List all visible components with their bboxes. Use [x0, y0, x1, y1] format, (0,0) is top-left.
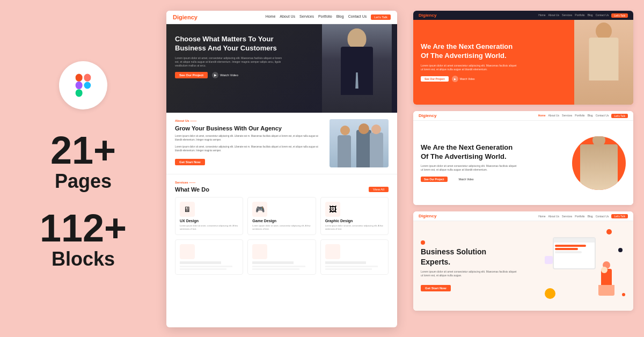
center-hero: Choose What Matters To Your Business And… — [166, 24, 397, 113]
hero-man-image — [322, 24, 392, 113]
rc1-project-btn[interactable]: See Our Project — [421, 76, 449, 82]
center-nav-links: Home About Us Services Portfolio Blog Co… — [266, 14, 391, 20]
rc2-text: We Are the Next Generation Of The Advert… — [421, 143, 517, 183]
figma-logo — [59, 61, 107, 109]
service-card-5 — [247, 239, 316, 275]
graphic-name: Graphic Design — [325, 219, 384, 223]
about-title: Grow Your Business With Our Agency — [175, 124, 323, 132]
svg-rect-0 — [76, 74, 83, 81]
rc1-logo: Digiency — [419, 13, 436, 18]
hero-text: Choose What Matters To Your Business And… — [175, 35, 282, 78]
deco-shape-2 — [601, 267, 608, 273]
illus-screen — [553, 237, 596, 269]
services-label: Services —— — [175, 181, 389, 184]
right-card-2: Digiency HomeAbout UsServicesPortfolioBl… — [413, 111, 633, 205]
rc3-btn[interactable]: Get Start Now — [421, 285, 451, 291]
about-image — [330, 119, 389, 167]
hero-project-btn[interactable]: See Our Project — [175, 72, 208, 78]
left-panel: 21+ Pages 112+ Blocks — [0, 0, 166, 337]
rc2-nav: Digiency HomeAbout UsServicesPortfolioBl… — [413, 111, 633, 121]
about-btn[interactable]: Get Start Now — [175, 159, 205, 165]
svg-point-3 — [84, 82, 91, 89]
rc2-man-figure — [580, 144, 618, 190]
svg-rect-4 — [76, 89, 83, 97]
game-icon: 🎮 — [252, 202, 267, 217]
rc1-text: We Are the Next Generation Of The Advert… — [421, 42, 517, 82]
rc3-logo: Digiency — [419, 214, 436, 218]
rc3-illustration — [542, 226, 628, 302]
service-card-game: 🎮 Game Design Lorem ipsum dolor sit amet… — [247, 197, 316, 235]
center-nav-btn[interactable]: Let's Talk — [371, 14, 391, 20]
dot-icon-3 — [622, 293, 625, 296]
services-grid: 🖥 UX Design Lorem ipsum dolor sit amet, … — [175, 197, 389, 235]
center-logo: Digiency — [173, 14, 197, 20]
about-desc-2: Lorem ipsum dolor sit amet, consectetur … — [175, 145, 323, 153]
deco-shape-1 — [545, 256, 553, 264]
services-header: What We Do View All — [175, 186, 389, 193]
rc2-watch-btn[interactable]: ▶ Watch Video — [451, 176, 474, 182]
graphic-desc: Lorem ipsum dolor sit amet, consectetur … — [325, 224, 384, 230]
rc1-desc: Lorem ipsum dolor sit amet consectetur a… — [421, 64, 517, 71]
rc2-man-circle — [572, 136, 626, 190]
pages-stats: 21+ Pages — [50, 131, 116, 193]
ux-desc: Lorem ipsum dolor sit amet, consectetur … — [180, 224, 238, 230]
rc1-nav: Digiency HomeAbout UsServicesPortfolioBl… — [413, 11, 633, 20]
services-grid-2 — [175, 239, 389, 275]
right-card-3: Digiency HomeAbout UsServicesPortfolioBl… — [413, 211, 633, 311]
rc1-hero: We Are the Next Generation Of The Advert… — [413, 20, 633, 105]
graphic-icon: 🖼 — [325, 202, 340, 217]
service-card-6 — [320, 239, 389, 275]
right-card-1: Digiency HomeAbout UsServicesPortfolioBl… — [413, 11, 633, 105]
rc3-nav: Digiency HomeAbout UsServicesPortfolioBl… — [413, 211, 633, 221]
hero-desc: Lorem ipsum dolor sit amet, consectetur … — [175, 56, 282, 68]
center-nav: Digiency Home About Us Services Portfoli… — [166, 11, 397, 24]
svg-rect-2 — [76, 82, 83, 89]
about-desc-1: Lorem ipsum dolor sit amet, consectetur … — [175, 135, 323, 142]
rc3-nav-links: HomeAbout UsServicesPortfolioBlogContact… — [538, 214, 628, 218]
hero-watch-btn[interactable]: ▶ Watch Video — [212, 72, 238, 78]
blocks-label: Blocks — [40, 247, 127, 270]
rc2-project-btn[interactable]: See Our Project — [421, 177, 448, 182]
services-title: What We Do — [175, 186, 209, 193]
hero-buttons: See Our Project ▶ Watch Video — [175, 72, 282, 78]
rc3-title: Business Solution Experts. — [421, 247, 517, 266]
rc2-hero: We Are the Next Generation Of The Advert… — [413, 121, 633, 205]
play-icon: ▶ — [212, 72, 218, 78]
rc3-nav-btn[interactable]: Let's Talk — [611, 214, 628, 218]
pages-number: 21+ — [50, 131, 116, 170]
rc1-buttons: See Our Project ▶ Watch Video — [421, 76, 517, 82]
rc2-play-icon: ▶ — [451, 176, 457, 182]
rc1-nav-btn[interactable]: Let's Talk — [611, 13, 628, 18]
orange-dot-icon — [421, 240, 425, 245]
rc1-nav-links: HomeAbout UsServicesPortfolioBlogContact… — [538, 13, 628, 18]
svg-rect-1 — [84, 74, 91, 81]
rc1-watch-btn[interactable]: ▶ Watch Video — [452, 76, 475, 82]
rc3-hero: Business Solution Experts. Lorem ipsum d… — [413, 221, 633, 311]
service-card-4 — [175, 239, 243, 275]
pages-label: Pages — [50, 170, 116, 193]
gear-icon — [545, 288, 555, 299]
blocks-stats: 112+ Blocks — [40, 209, 127, 270]
view-all-btn[interactable]: View All — [369, 187, 389, 192]
about-label: About Us —— — [175, 119, 323, 122]
rc1-play-icon: ▶ — [452, 76, 458, 82]
rc1-woman-image — [574, 20, 633, 105]
dot-icon-1 — [606, 229, 612, 235]
rc3-desc: Lorem ipsum dolor sit amet consectetur a… — [421, 270, 517, 277]
service-card-ux: 🖥 UX Design Lorem ipsum dolor sit amet, … — [175, 197, 243, 235]
rc2-nav-btn[interactable]: Let's Talk — [611, 114, 628, 118]
rc2-nav-links: HomeAbout UsServicesPortfolioBlogContact… — [538, 114, 628, 118]
game-desc: Lorem ipsum dolor sit amet, consectetur … — [252, 224, 311, 230]
rc2-logo: Digiency — [419, 113, 436, 118]
center-about: About Us —— Grow Your Business With Our … — [166, 113, 397, 174]
illus-person — [596, 261, 617, 299]
hero-title: Choose What Matters To Your Business And… — [175, 35, 282, 53]
rc1-title: We Are the Next Generation Of The Advert… — [421, 42, 517, 61]
rc3-text: Business Solution Experts. Lorem ipsum d… — [421, 240, 517, 291]
about-text: About Us —— Grow Your Business With Our … — [175, 119, 323, 165]
right-panel: Digiency HomeAbout UsServicesPortfolioBl… — [413, 11, 633, 327]
rc2-title: We Are the Next Generation Of The Advert… — [421, 143, 517, 162]
dot-icon-2 — [618, 248, 623, 252]
rc2-buttons: See Our Project ▶ Watch Video — [421, 176, 517, 182]
service-card-graphic: 🖼 Graphic Design Lorem ipsum dolor sit a… — [320, 197, 389, 235]
